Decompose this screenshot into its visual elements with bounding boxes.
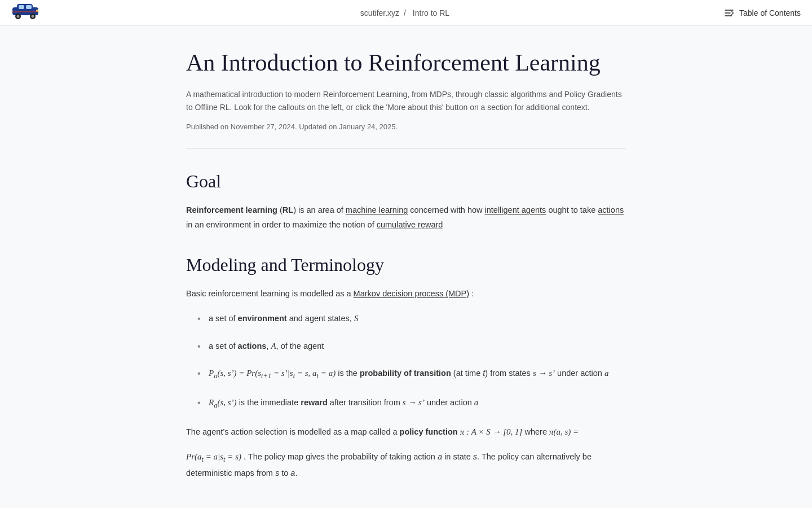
machine-learning-link[interactable]: machine learning [346,205,408,214]
cumulative-reward-link[interactable]: cumulative reward [377,220,443,229]
policy-text: The agent’s action selection is modelled… [186,424,626,439]
rl-term-bold: Reinforcement learning [186,205,277,214]
logo-image [11,3,39,23]
breadcrumb: scutifer.xyz / Intro to RL [360,8,452,17]
svg-point-3 [17,15,20,17]
article-title: An Introduction to Reinforcement Learnin… [186,49,626,77]
mdp-properties-list: a set of environment and agent states, S… [186,311,626,412]
svg-rect-6 [19,5,24,9]
toc-icon [723,7,735,19]
mdp-link[interactable]: Markov decision process (MDP) [354,289,469,298]
rl-abbr: (RL) is an area of [280,205,346,214]
in-env-text: in an environment in order to maximize t… [186,220,377,229]
breadcrumb-separator: / [404,8,406,17]
concerned-text: concerned with how [410,205,484,214]
modeling-intro-text: Basic reinforcement learning is modelled… [186,287,626,301]
svg-rect-7 [26,5,32,9]
article-subtitle: A mathematical introduction to modern Re… [186,88,626,113]
table-of-contents-button[interactable]: Table of Contents [723,7,801,19]
intelligent-agents-link[interactable]: intelligent agents [485,205,546,214]
goal-section-title: Goal [186,171,626,192]
breadcrumb-site[interactable]: scutifer.xyz [360,8,399,17]
svg-point-5 [32,15,34,17]
section-divider [186,148,626,148]
svg-rect-9 [12,11,38,12]
goal-section-text: Reinforcement learning (RL) is an area o… [186,203,626,232]
policy-text-2: Pr(at = a|st = s) . The policy map gives… [186,449,626,480]
logo[interactable] [11,3,39,23]
list-item: a set of actions, A, of the agent [197,339,626,353]
modeling-section-title: Modeling and Terminology [186,255,626,275]
article-date: Published on November 27, 2024. Updated … [186,122,626,131]
toc-label: Table of Contents [739,8,801,17]
list-item: Ra(s, s’) is the immediate reward after … [197,395,626,412]
list-item: a set of environment and agent states, S [197,311,626,326]
site-header: scutifer.xyz / Intro to RL Table of Cont… [0,0,812,26]
actions-link[interactable]: actions [598,205,624,214]
ought-text: ought to take [548,205,598,214]
colon: : [471,289,474,298]
list-item: Pa(s, s’) = Pr(st+1 = s’|st = s, at = a)… [197,366,626,383]
modeling-intro: Basic reinforcement learning is modelled… [186,289,354,298]
main-content: An Introduction to Reinforcement Learnin… [152,26,660,508]
breadcrumb-page: Intro to RL [413,8,449,17]
